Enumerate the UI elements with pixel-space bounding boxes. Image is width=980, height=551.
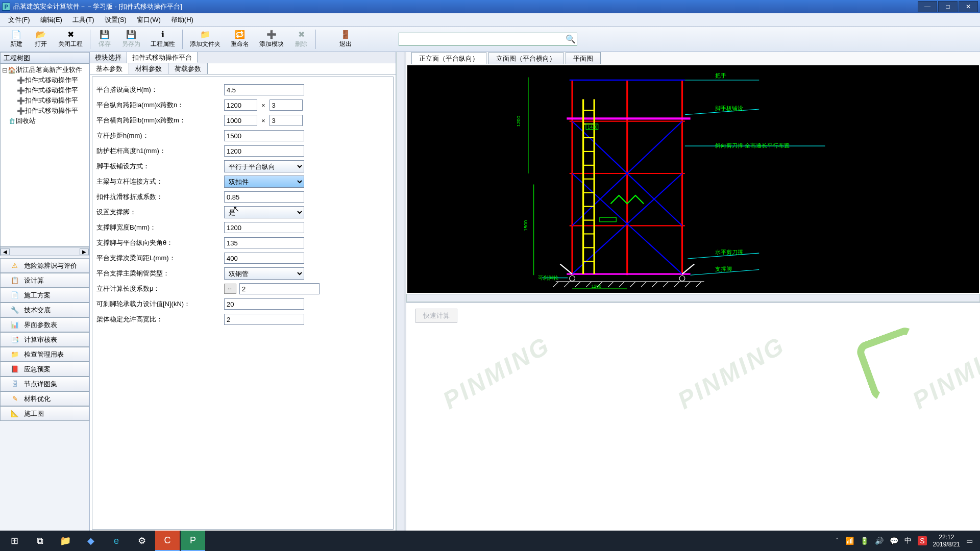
toolbar: 📄新建📂打开✖关闭工程💾保存💾另存为ℹ工程属性📁添加文件夹🔁重命名➕添加模块✖删… (0, 27, 980, 52)
tool-new[interactable]: 📄新建 (4, 29, 29, 49)
side-icon: 📊 (10, 321, 20, 329)
input-slip[interactable] (224, 191, 304, 203)
input-mu[interactable] (239, 283, 320, 294)
input-span-long-n[interactable] (270, 99, 303, 111)
search-box[interactable]: 🔍 (399, 33, 577, 46)
tree-item[interactable]: 🗑回收站 (2, 116, 88, 126)
viewtab-1[interactable]: 立面图（平台横向） (488, 52, 564, 64)
tool-addfolder[interactable]: 📁添加文件夹 (185, 29, 226, 49)
center-vscroll[interactable] (396, 52, 404, 532)
explorer-button[interactable]: 📁 (53, 531, 78, 551)
side-技术交底[interactable]: 🔧技术交底 (0, 303, 89, 317)
tool-close[interactable]: ✖关闭工程 (53, 29, 88, 49)
input-rail[interactable] (224, 145, 304, 157)
menu-file[interactable]: 文件(F) (3, 14, 35, 26)
minimize-button[interactable]: ― (918, 1, 937, 12)
side-材料优化[interactable]: ✎材料优化 (0, 391, 89, 406)
clock[interactable]: 22:12 2019/8/21 (933, 534, 960, 548)
menu-settings[interactable]: 设置(S) (100, 14, 132, 26)
tree-item[interactable]: ➕扣件式移动操作平 (2, 85, 88, 95)
menu-tool[interactable]: 工具(T) (67, 14, 100, 26)
side-检查管理用表[interactable]: 📁检查管理用表 (0, 347, 89, 362)
side-危险源辨识与评价[interactable]: ⚠危险源辨识与评价 (0, 258, 89, 273)
svg-line-56 (652, 282, 657, 287)
tab-0[interactable]: 模块选择 (90, 52, 127, 63)
tool-rename[interactable]: 🔁重命名 (226, 29, 254, 49)
svg-text:水平剪刀撑: 水平剪刀撑 (715, 249, 743, 255)
select-main-type[interactable]: 双钢管 (224, 267, 304, 280)
taskview-button[interactable]: ⧉ (28, 531, 52, 551)
input-step[interactable] (224, 130, 304, 141)
tool-props[interactable]: ℹ工程属性 (145, 29, 180, 49)
edge-button[interactable]: e (104, 531, 129, 551)
quick-calc-button[interactable]: 快速计算 (415, 309, 457, 323)
tree-item[interactable]: ➕扣件式移动操作平 (2, 95, 88, 106)
input-sub-span[interactable] (224, 253, 304, 264)
tree-item[interactable]: ➕扣件式移动操作平 (2, 106, 88, 116)
tool-exit[interactable]: 🚪退出 (333, 29, 358, 49)
side-施工方案[interactable]: 📄施工方案 (0, 288, 89, 303)
side-计算审核表[interactable]: 📑计算审核表 (0, 332, 89, 347)
tray-msg-icon[interactable]: 💬 (890, 537, 898, 545)
input-span-long-a[interactable] (224, 99, 257, 111)
side-节点详图集[interactable]: 🗄节点详图集 (0, 377, 89, 391)
app1-button[interactable]: ◆ (79, 531, 103, 551)
input-caster[interactable] (224, 298, 304, 310)
side-界面参数表[interactable]: 📊界面参数表 (0, 317, 89, 332)
menu-help[interactable]: 帮助(H) (166, 14, 199, 26)
addmod-icon: ➕ (266, 30, 277, 39)
start-button[interactable]: ⊞ (2, 531, 27, 551)
tool-addmod[interactable]: ➕添加模块 (254, 29, 289, 49)
select-board[interactable]: 平行于平台纵向 (224, 160, 304, 172)
search-input[interactable] (401, 36, 566, 43)
project-tree[interactable]: ⊟🏠浙江品茗高新产业软件➕扣件式移动操作平➕扣件式移动操作平➕扣件式移动操作平➕… (0, 63, 89, 247)
side-应急预案[interactable]: 📕应急预案 (0, 362, 89, 377)
select-support-set[interactable]: 是 (224, 206, 304, 218)
input-ratio[interactable] (224, 314, 304, 325)
input-height[interactable] (224, 84, 304, 95)
tray-notification-icon[interactable]: ▭ (966, 537, 973, 545)
input-span-trans-a[interactable] (224, 115, 257, 126)
tree-item[interactable]: ⊟🏠浙江品茗高新产业软件 (2, 65, 88, 75)
tray-battery-icon[interactable]: 🔋 (860, 537, 869, 545)
camtasia-button[interactable]: C (155, 531, 180, 551)
viewtab-0[interactable]: 正立面（平台纵向） (411, 52, 486, 64)
pinming-button[interactable]: P (181, 531, 205, 551)
side-设计算[interactable]: 📋设计算 (0, 273, 89, 288)
tool-open[interactable]: 📂打开 (29, 29, 53, 49)
side-buttons: ⚠危险源辨识与评价📋设计算📄施工方案🔧技术交底📊界面参数表📑计算审核表📁检查管理… (0, 258, 89, 421)
search-icon[interactable]: 🔍 (566, 34, 575, 44)
mu-more-button[interactable]: … (224, 284, 236, 294)
viewtab-2[interactable]: 平面图 (566, 52, 601, 64)
tree-item[interactable]: ➕扣件式移动操作平 (2, 75, 88, 85)
tab-1[interactable]: 扣件式移动操作平台 (127, 52, 198, 63)
tray-up-icon[interactable]: ˄ (836, 537, 839, 545)
menu-window[interactable]: 窗口(W) (132, 14, 166, 26)
maximize-button[interactable]: □ (938, 1, 958, 12)
close-button[interactable]: ✕ (959, 1, 978, 12)
subtab-2[interactable]: 荷载参数 (168, 63, 208, 74)
select-beam[interactable]: 双扣件 (224, 176, 304, 188)
side-施工图[interactable]: 📐施工图 (0, 406, 89, 421)
scroll-right-icon[interactable]: ▶ (80, 248, 89, 255)
canvas-hscroll[interactable] (406, 294, 980, 302)
tray-volume-icon[interactable]: 🔊 (875, 537, 884, 545)
subtab-0[interactable]: 基本参数 (90, 63, 129, 74)
menu-edit[interactable]: 编辑(E) (35, 14, 67, 26)
input-support-w[interactable] (224, 222, 304, 233)
tree-hscroll[interactable]: ◀ ▶ (0, 247, 89, 256)
tray-network-icon[interactable]: 📶 (845, 537, 854, 545)
module-tabs: 模块选择扣件式移动操作平台 (90, 52, 396, 63)
tray-ime-icon[interactable]: 中 (904, 536, 912, 545)
settings-button[interactable]: ⚙ (130, 531, 154, 551)
drawing-canvas[interactable]: 1200 1500 (407, 65, 979, 293)
rename-icon: 🔁 (234, 30, 246, 39)
subtab-1[interactable]: 材料参数 (129, 63, 168, 74)
input-support-ang[interactable] (224, 237, 304, 248)
scroll-track[interactable] (10, 247, 80, 256)
input-span-trans-m[interactable] (270, 115, 303, 126)
tool-delete: ✖删除 (289, 29, 313, 49)
scroll-left-icon[interactable]: ◀ (1, 248, 10, 255)
side-icon: 🗄 (10, 380, 20, 388)
tray-s-icon[interactable]: S (918, 536, 926, 545)
